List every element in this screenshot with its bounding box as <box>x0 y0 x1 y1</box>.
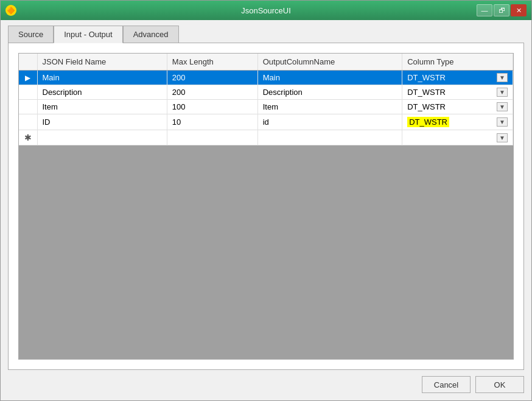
cell-column-type[interactable]: DT_WSTR ▼ <box>402 71 513 85</box>
cell-max-length[interactable]: 10 <box>167 114 257 130</box>
cell-output-column-name[interactable]: Main <box>257 71 402 85</box>
cell-column-type[interactable]: DT_WSTR ▼ <box>402 114 513 130</box>
title-bar-left: 🔶 <box>5 5 16 16</box>
restore-button[interactable]: 🗗 <box>494 4 509 16</box>
window-controls: — 🗗 ✕ <box>477 4 527 16</box>
cell-max-length[interactable]: 200 <box>167 85 257 100</box>
new-row-indicator: ✱ <box>19 130 37 145</box>
cell-json-field-name[interactable]: ID <box>37 114 167 130</box>
data-table: JSON Field Name Max Length OutputColumnN… <box>19 54 513 145</box>
content-area: JSON Field Name Max Length OutputColumnN… <box>8 43 524 370</box>
cell-output-column-name-new[interactable] <box>257 130 402 145</box>
cell-json-field-name[interactable]: Description <box>37 85 167 100</box>
table-container: JSON Field Name Max Length OutputColumnN… <box>18 53 514 360</box>
table-empty-area <box>19 145 513 359</box>
title-bar: 🔶 JsonSourceUI — 🗗 ✕ <box>1 1 531 20</box>
table-row[interactable]: Item 100 Item DT_WSTR ▼ <box>19 100 513 114</box>
cell-max-length-new[interactable] <box>167 130 257 145</box>
col-header-indicator <box>19 54 37 71</box>
table-row[interactable]: ▶ Main 200 Main DT_WSTR ▼ <box>19 71 513 85</box>
cancel-button[interactable]: Cancel <box>422 376 471 393</box>
window-title: JsonSourceUI <box>241 6 291 15</box>
cell-json-field-name-new[interactable] <box>37 130 167 145</box>
table-row[interactable]: Description 200 Description DT_WSTR ▼ <box>19 85 513 100</box>
window-body: Source Input - Output Advanced JSON Fiel… <box>1 20 531 400</box>
dropdown-arrow-icon[interactable]: ▼ <box>497 133 508 142</box>
dropdown-arrow-icon[interactable]: ▼ <box>497 117 508 127</box>
cell-column-type[interactable]: DT_WSTR ▼ <box>402 85 513 100</box>
row-indicator <box>19 85 37 100</box>
dropdown-arrow-icon[interactable]: ▼ <box>497 88 508 97</box>
table-new-row[interactable]: ✱ ▼ <box>19 130 513 145</box>
col-header-column-type: Column Type <box>402 54 513 71</box>
cell-column-type[interactable]: DT_WSTR ▼ <box>402 100 513 114</box>
cell-json-field-name[interactable]: Main <box>37 71 167 85</box>
tab-input-output[interactable]: Input - Output <box>54 26 123 43</box>
row-indicator: ▶ <box>19 71 37 85</box>
dropdown-arrow-icon[interactable]: ▼ <box>497 102 508 111</box>
app-icon: 🔶 <box>5 5 16 16</box>
close-button[interactable]: ✕ <box>511 4 527 16</box>
cell-max-length[interactable]: 200 <box>167 71 257 85</box>
tab-advanced[interactable]: Advanced <box>123 26 179 43</box>
cell-max-length[interactable]: 100 <box>167 100 257 114</box>
minimize-button[interactable]: — <box>477 4 492 16</box>
col-header-max-length: Max Length <box>167 54 257 71</box>
row-indicator <box>19 100 37 114</box>
col-header-output-column-name: OutputColumnName <box>257 54 402 71</box>
table-header-row: JSON Field Name Max Length OutputColumnN… <box>19 54 513 71</box>
footer: Cancel OK <box>8 370 524 393</box>
row-indicator <box>19 114 37 130</box>
table-row[interactable]: ID 10 id DT_WSTR ▼ <box>19 114 513 130</box>
cell-column-type-new[interactable]: ▼ <box>402 130 513 145</box>
tab-source[interactable]: Source <box>8 26 54 43</box>
tab-bar: Source Input - Output Advanced <box>8 25 524 43</box>
cell-output-column-name[interactable]: Item <box>257 100 402 114</box>
dropdown-arrow-icon[interactable]: ▼ <box>497 73 508 82</box>
main-window: 🔶 JsonSourceUI — 🗗 ✕ Source Input - Outp… <box>0 0 532 401</box>
cell-json-field-name[interactable]: Item <box>37 100 167 114</box>
cell-output-column-name[interactable]: id <box>257 114 402 130</box>
col-header-json-field-name: JSON Field Name <box>37 54 167 71</box>
cell-output-column-name[interactable]: Description <box>257 85 402 100</box>
ok-button[interactable]: OK <box>475 376 524 393</box>
table-scroll[interactable]: JSON Field Name Max Length OutputColumnN… <box>19 54 513 145</box>
